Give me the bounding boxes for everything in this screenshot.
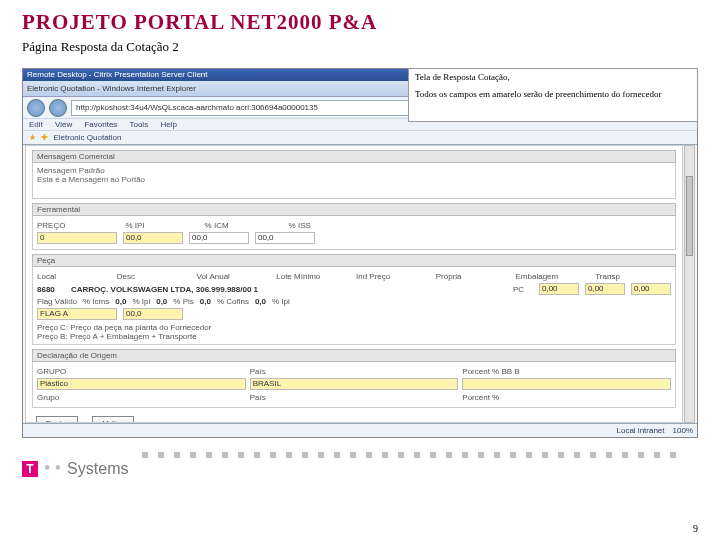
nota1: Preço C: Preço da peça na planta do Forn… (37, 323, 671, 332)
pct-ipi-label: % Ipi (132, 297, 150, 306)
col-embalagem: Embalagem (516, 272, 592, 281)
ipi-label: % IPI (125, 221, 144, 230)
page-subtitle: Página Resposta da Cotação 2 (22, 39, 720, 55)
embalagem-input[interactable]: 0,00 (585, 283, 625, 295)
preco-input[interactable]: 0 (37, 232, 117, 244)
flag-label: Flag Válido (37, 297, 77, 306)
grupo-select[interactable]: Plástico (37, 378, 246, 390)
menu-view[interactable]: View (55, 120, 72, 129)
pais2-label: País (250, 393, 459, 402)
iss-label: % ISS (289, 221, 311, 230)
page-number: 9 (693, 523, 698, 534)
app-window: Remote Desktop - Citrix Presentation Ser… (22, 68, 698, 438)
peca-header: Peça (32, 254, 676, 267)
footer-dots (22, 452, 698, 488)
pis-value: 0,0 (200, 297, 211, 306)
enviar-button[interactable]: Enviar (36, 416, 78, 423)
add-favorites-icon[interactable]: ✚ (41, 133, 48, 142)
pct-icms-label: % Icms (83, 297, 109, 306)
pct-label: Porcent % BB B (462, 367, 671, 376)
menu-favorites[interactable]: Favorites (84, 120, 117, 129)
msg-body: Mensagem Padrão Esta é a Mensagem ao Por… (32, 163, 676, 199)
transp-input[interactable]: 0,00 (631, 283, 671, 295)
grupo-label: GRUPO (37, 367, 246, 376)
back-button[interactable] (27, 99, 45, 117)
ipi-value: 0,0 (156, 297, 167, 306)
origem-header: Declaração de Origem (32, 349, 676, 362)
pct-pis-label: % Pis (173, 297, 193, 306)
menu-tools[interactable]: Tools (129, 120, 148, 129)
col-ind: Ind Preço (356, 272, 432, 281)
status-zone: Local intranet (617, 424, 665, 437)
voltar-button[interactable]: Voltar (92, 416, 134, 423)
pais-label: País (250, 367, 459, 376)
col-desc: Desc (117, 272, 193, 281)
callout-line1: Tela de Resposta Cotação, (415, 72, 691, 83)
pais-select[interactable]: BRASIL (250, 378, 459, 390)
col-local: Local (37, 272, 113, 281)
icm-label: % ICM (205, 221, 229, 230)
menu-edit[interactable]: Edit (29, 120, 43, 129)
ie-title: Eletronic Quotation - Windows Internet E… (27, 81, 196, 96)
callout-note: Tela de Resposta Cotação, Todos os campo… (408, 68, 698, 122)
iss-input[interactable]: 00,0 (255, 232, 315, 244)
pct-cofins-label: % Cofins (217, 297, 249, 306)
remote-title: Remote Desktop - Citrix Presentation Ser… (27, 69, 208, 81)
cofins-value: 0,0 (255, 297, 266, 306)
grupo2-label: Grupo (37, 393, 246, 402)
col-propria: Própria (436, 272, 512, 281)
pct-input[interactable] (462, 378, 671, 390)
nota2: Preço B: Preço A + Embalagem + Transport… (37, 332, 671, 341)
total-input[interactable]: 00,0 (123, 308, 183, 320)
callout-line2: Todos os campos em amarelo serão de pree… (415, 89, 691, 100)
ind-value: PC (513, 285, 533, 294)
browser-tab[interactable]: Eletronic Quotation (53, 133, 121, 142)
desc-value: CARROÇ. VOLKSWAGEN LTDA, 306.999.988/00 … (71, 285, 507, 294)
forward-button[interactable] (49, 99, 67, 117)
local-value: 8680 (37, 285, 65, 294)
preco-label: PREÇO (37, 221, 65, 230)
vertical-scrollbar[interactable] (684, 145, 695, 423)
col-transp: Transp (595, 272, 671, 281)
col-vol: Vol Anual (197, 272, 273, 281)
ipi-input[interactable]: 00,0 (123, 232, 183, 244)
favorites-icon[interactable]: ★ (29, 133, 36, 142)
icms-value: 0,0 (115, 297, 126, 306)
col-lote: Lote Mínimo (276, 272, 352, 281)
icm-input[interactable]: 00,0 (189, 232, 249, 244)
status-bar: Local intranet 100% (23, 423, 697, 437)
page-title: PROJETO PORTAL NET2000 P&A (22, 10, 720, 35)
page-content: Mensagem Comercial Mensagem Padrão Esta … (25, 145, 683, 423)
pct-ipi2-label: % Ipi (272, 297, 290, 306)
menu-help[interactable]: Help (160, 120, 176, 129)
flag-input[interactable]: FLAG A (37, 308, 117, 320)
ferramental-header: Ferramental (32, 203, 676, 216)
scroll-thumb[interactable] (686, 176, 693, 256)
msg-header: Mensagem Comercial (32, 150, 676, 163)
pct2-label: Porcent % (462, 393, 671, 402)
status-zoom[interactable]: 100% (673, 424, 693, 437)
propria-input[interactable]: 0,00 (539, 283, 579, 295)
tab-strip: ★ ✚ Eletronic Quotation (23, 131, 697, 145)
